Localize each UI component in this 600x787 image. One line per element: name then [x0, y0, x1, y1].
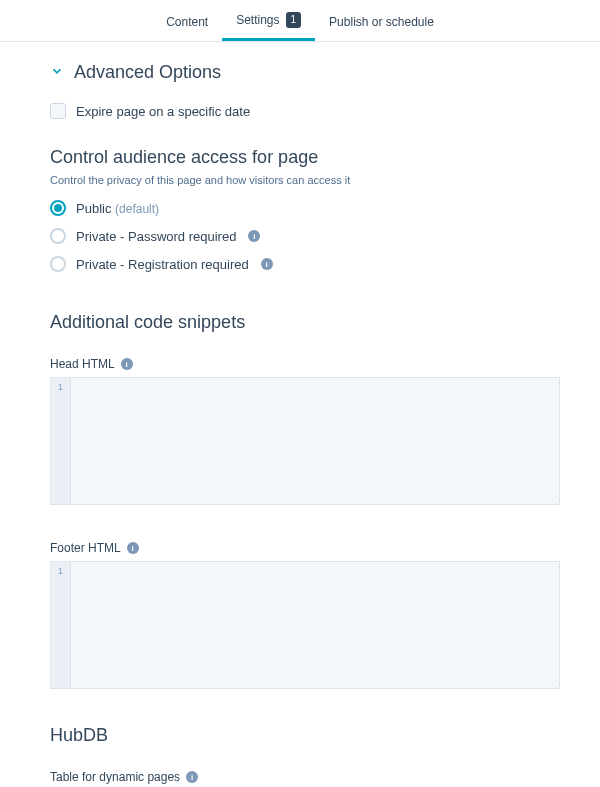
editor-gutter: 1: [51, 378, 71, 504]
head-html-textarea[interactable]: [71, 378, 559, 504]
info-icon[interactable]: i: [127, 542, 139, 554]
settings-panel: Advanced Options Expire page on a specif…: [0, 42, 600, 787]
head-html-label: Head HTML i: [50, 357, 560, 371]
audience-subtext: Control the privacy of this page and how…: [50, 174, 560, 186]
editor-gutter: 1: [51, 562, 71, 688]
info-icon[interactable]: i: [261, 258, 273, 270]
tab-content[interactable]: Content: [152, 6, 222, 41]
radio-private-password[interactable]: [50, 228, 66, 244]
advanced-options-title: Advanced Options: [74, 62, 221, 83]
advanced-options-toggle[interactable]: Advanced Options: [50, 62, 560, 83]
resize-handle-icon[interactable]: ⋰: [548, 498, 557, 503]
radio-public[interactable]: [50, 200, 66, 216]
chevron-down-icon: [50, 64, 64, 81]
resize-handle-icon[interactable]: ⋰: [548, 682, 557, 687]
footer-html-editor[interactable]: 1 ⋰: [50, 561, 560, 689]
hubdb-heading: HubDB: [50, 725, 560, 746]
tabs-nav: Content Settings 1 Publish or schedule: [0, 0, 600, 42]
radio-public-label: Public (default): [76, 201, 159, 216]
hubdb-table-label: Table for dynamic pages i: [50, 770, 560, 784]
footer-html-label: Footer HTML i: [50, 541, 560, 555]
footer-html-textarea[interactable]: [71, 562, 559, 688]
audience-radio-group: Public (default) Private - Password requ…: [50, 200, 560, 272]
tab-publish[interactable]: Publish or schedule: [315, 6, 448, 41]
expire-label: Expire page on a specific date: [76, 104, 250, 119]
tab-settings[interactable]: Settings 1: [222, 6, 315, 41]
snippets-heading: Additional code snippets: [50, 312, 560, 333]
info-icon[interactable]: i: [186, 771, 198, 783]
radio-private-registration-label: Private - Registration required: [76, 257, 249, 272]
audience-heading: Control audience access for page: [50, 147, 560, 168]
expire-checkbox[interactable]: [50, 103, 66, 119]
info-icon[interactable]: i: [121, 358, 133, 370]
radio-private-password-label: Private - Password required: [76, 229, 236, 244]
radio-private-registration[interactable]: [50, 256, 66, 272]
settings-badge: 1: [286, 12, 302, 28]
info-icon[interactable]: i: [248, 230, 260, 242]
head-html-editor[interactable]: 1 ⋰: [50, 377, 560, 505]
